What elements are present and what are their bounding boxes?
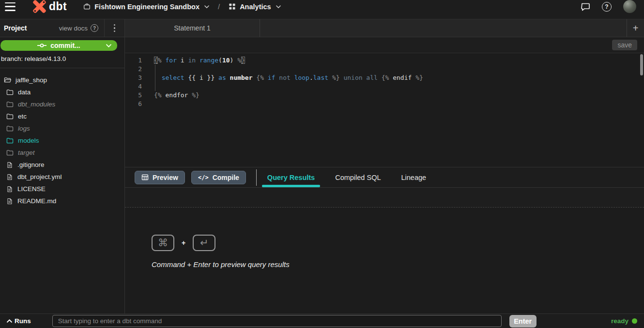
code-token: {% <box>382 74 393 81</box>
code-lines: 1{% for i in range(10) %}23 select {{ i … <box>125 56 644 108</box>
file-icon <box>6 162 13 168</box>
user-avatar[interactable] <box>623 0 636 13</box>
line-number: 3 <box>125 74 145 82</box>
preview-button-label: Preview <box>153 174 178 181</box>
tree-item-readme-md[interactable]: README.md <box>0 195 124 207</box>
tree-item-label: models <box>18 137 39 144</box>
active-tab-underline <box>262 185 320 187</box>
tab-lineage-label: Lineage <box>401 174 426 181</box>
folder-icon <box>6 137 14 144</box>
environment-selector[interactable]: Analytics <box>229 3 280 11</box>
commit-button[interactable]: commit... <box>0 40 117 51</box>
tab-compiled-sql-label: Compiled SQL <box>335 174 381 181</box>
project-sidebar: Project view docs ? commit... branch: re… <box>0 19 125 313</box>
line-number: 2 <box>125 65 145 74</box>
tree-item-logs[interactable]: logs <box>0 122 124 134</box>
runs-label: Runs <box>15 317 31 325</box>
folder-icon <box>6 125 14 132</box>
results-subbar <box>125 188 644 208</box>
tree-item--gitignore[interactable]: .gitignore <box>0 159 124 171</box>
dbt-logo-text: dbt <box>49 0 67 13</box>
environment-selector-label: Analytics <box>240 3 271 11</box>
new-tab-button[interactable]: + <box>627 19 644 37</box>
tab-compiled-sql[interactable]: Compiled SQL <box>335 167 381 187</box>
tab-query-results[interactable]: Query Results <box>267 167 315 187</box>
code-token: % <box>158 57 166 64</box>
compile-button[interactable]: </> Compile <box>191 171 246 184</box>
tree-item-license[interactable]: LICENSE <box>0 183 124 195</box>
kebab-menu-icon[interactable] <box>104 19 124 37</box>
tree-item-dbt-modules[interactable]: dbt_modules <box>0 98 124 110</box>
tree-item-dbt-project-yml[interactable]: dbt_project.yml <box>0 171 124 183</box>
table-icon <box>141 174 149 181</box>
help-icon[interactable]: ? <box>602 2 612 12</box>
code-line: 3 select {{ i }} as number {% if not loo… <box>125 74 644 82</box>
indent-guide <box>155 65 155 91</box>
code-token: i <box>177 57 188 64</box>
code-token <box>215 74 218 81</box>
tree-item-target[interactable]: target <box>0 147 124 159</box>
code-token: union all <box>343 74 377 81</box>
code-text <box>145 100 154 108</box>
code-token: ) <box>230 57 238 64</box>
save-button[interactable]: save <box>612 40 637 50</box>
code-text: {% endfor %} <box>145 91 199 100</box>
tree-item-data[interactable]: data <box>0 86 124 98</box>
tree-item-models[interactable]: models <box>0 134 124 147</box>
results-panel-toolbar: Preview </> Compile Query Results Compil… <box>125 167 644 188</box>
code-token: for <box>165 57 176 64</box>
code-token <box>328 74 332 81</box>
code-token: %} <box>332 74 340 81</box>
dbt-cloud-ide: dbt Fishtown Engineering Sandbox / Analy… <box>0 0 644 328</box>
code-token: %} <box>415 74 423 81</box>
editor-scrollbar-thumb[interactable] <box>640 54 643 75</box>
runs-toggle[interactable]: Runs <box>7 317 31 325</box>
project-selector-label: Fishtown Engineering Sandbox <box>94 3 199 11</box>
code-line: 1{% for i in range(10) %} <box>125 56 644 65</box>
dbt-logo[interactable]: dbt <box>32 0 67 14</box>
help-circle-icon: ? <box>91 24 98 32</box>
code-token: {% <box>256 74 267 81</box>
code-editor[interactable]: 1{% for i in range(10) %}23 select {{ i … <box>125 53 644 167</box>
breadcrumb-separator: / <box>218 2 220 11</box>
folder-icon <box>4 76 11 84</box>
tree-item-label: dbt_modules <box>18 101 55 108</box>
code-token: in <box>188 57 196 64</box>
chat-icon[interactable] <box>581 2 590 12</box>
line-number: 4 <box>125 82 145 91</box>
code-token: as <box>218 74 226 81</box>
project-selector[interactable]: Fishtown Engineering Sandbox <box>83 3 209 11</box>
tree-item-etc[interactable]: etc <box>0 110 124 122</box>
code-token: { <box>154 57 158 64</box>
status-dot <box>632 318 637 324</box>
code-token: if <box>268 74 276 81</box>
enter-button[interactable]: Enter <box>509 315 537 328</box>
compile-button-label: Compile <box>213 174 239 181</box>
view-docs-link[interactable]: view docs ? <box>59 24 98 32</box>
tab-query-results-label: Query Results <box>267 174 315 181</box>
ready-status: ready <box>611 317 637 325</box>
code-token <box>291 74 294 81</box>
tab-statement-1[interactable]: Statement 1 <box>125 19 260 37</box>
file-icon <box>6 186 13 193</box>
code-line: 4 <box>125 82 644 91</box>
tab-label: Statement 1 <box>174 24 211 32</box>
branch-label: branch: release/4.13.0 <box>1 55 124 62</box>
folder-icon <box>6 89 14 96</box>
tree-item-jaffle-shop[interactable]: jaffle_shop <box>0 74 124 86</box>
empty-state-caption: Command + Enter to preview query results <box>152 260 644 268</box>
top-navigation-bar: dbt Fishtown Engineering Sandbox / Analy… <box>0 0 644 19</box>
code-token: . <box>309 74 313 81</box>
tree-item-label: jaffle_shop <box>15 76 47 84</box>
line-number: 5 <box>125 91 145 100</box>
chevron-down-icon <box>204 5 209 8</box>
line-number: 1 <box>125 56 145 65</box>
hamburger-menu-icon[interactable] <box>5 2 17 11</box>
dbt-command-input[interactable] <box>52 315 502 327</box>
code-text: select {{ i }} as number {% if not loop.… <box>145 74 423 82</box>
tree-item-label: logs <box>18 125 30 132</box>
code-token: {{ i }} <box>188 74 215 81</box>
tab-lineage[interactable]: Lineage <box>401 167 426 187</box>
ready-status-label: ready <box>611 317 629 325</box>
preview-button[interactable]: Preview <box>135 171 185 184</box>
